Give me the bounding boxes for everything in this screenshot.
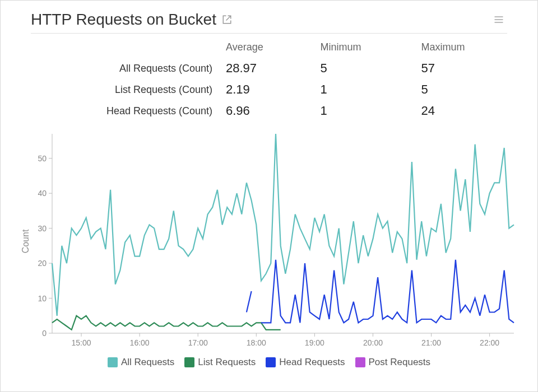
col-avg: Average <box>219 39 313 58</box>
row-min: 1 <box>313 79 414 100</box>
row-min: 1 <box>313 100 414 122</box>
svg-text:20: 20 <box>38 259 47 268</box>
svg-text:19:00: 19:00 <box>305 338 324 347</box>
legend-item-head[interactable]: Head Requests <box>266 357 345 368</box>
chart-panel: HTTP Requests on Bucket Average Minimum … <box>0 0 538 392</box>
svg-text:40: 40 <box>38 189 47 198</box>
legend-item-list[interactable]: List Requests <box>184 357 256 368</box>
legend-label: Head Requests <box>279 357 345 368</box>
svg-text:18:00: 18:00 <box>247 338 266 347</box>
legend-item-post[interactable]: Post Requests <box>355 357 431 368</box>
svg-text:21:00: 21:00 <box>421 338 441 347</box>
table-row: All Requests (Count) 28.97 5 57 <box>17 58 521 79</box>
swatch-icon <box>108 357 118 367</box>
svg-text:10: 10 <box>38 294 47 303</box>
external-link-icon[interactable] <box>222 15 232 25</box>
svg-text:16:00: 16:00 <box>130 338 150 347</box>
col-min: Minimum <box>313 39 414 58</box>
row-max: 24 <box>415 100 521 122</box>
stats-header-row: Average Minimum Maximum <box>17 39 521 58</box>
panel-title-text: HTTP Requests on Bucket <box>31 11 216 29</box>
swatch-icon <box>266 357 276 367</box>
y-axis-label: Count <box>21 230 31 254</box>
legend-item-all[interactable]: All Requests <box>108 357 174 368</box>
svg-text:15:00: 15:00 <box>72 338 91 347</box>
svg-text:0: 0 <box>42 329 47 338</box>
row-label: Head Requests (Count) <box>17 100 219 122</box>
legend-label: All Requests <box>121 357 174 368</box>
legend-label: Post Requests <box>369 357 431 368</box>
hamburger-menu-icon[interactable] <box>490 12 507 27</box>
svg-text:17:00: 17:00 <box>188 338 208 347</box>
line-chart: 0102030405015:0016:0017:0018:0019:0020:0… <box>17 129 521 353</box>
row-label: All Requests (Count) <box>17 58 219 79</box>
row-avg: 6.96 <box>219 100 313 122</box>
row-min: 5 <box>313 58 414 79</box>
panel-title: HTTP Requests on Bucket <box>31 11 232 29</box>
table-row: List Requests (Count) 2.19 1 5 <box>17 79 521 100</box>
chart-area: Count 0102030405015:0016:0017:0018:0019:… <box>17 129 521 353</box>
row-avg: 28.97 <box>219 58 313 79</box>
panel-header: HTTP Requests on Bucket <box>31 11 507 34</box>
col-max: Maximum <box>415 39 521 58</box>
swatch-icon <box>355 357 365 367</box>
svg-text:50: 50 <box>38 154 47 163</box>
svg-text:30: 30 <box>38 224 47 233</box>
swatch-icon <box>184 357 194 367</box>
row-max: 5 <box>415 79 521 100</box>
row-label: List Requests (Count) <box>17 79 219 100</box>
row-avg: 2.19 <box>219 79 313 100</box>
svg-text:20:00: 20:00 <box>363 338 383 347</box>
table-row: Head Requests (Count) 6.96 1 24 <box>17 100 521 122</box>
svg-text:22:00: 22:00 <box>480 338 499 347</box>
stats-table: Average Minimum Maximum All Requests (Co… <box>17 39 521 122</box>
legend: All Requests List Requests Head Requests… <box>17 357 521 368</box>
row-max: 57 <box>415 58 521 79</box>
legend-label: List Requests <box>198 357 256 368</box>
